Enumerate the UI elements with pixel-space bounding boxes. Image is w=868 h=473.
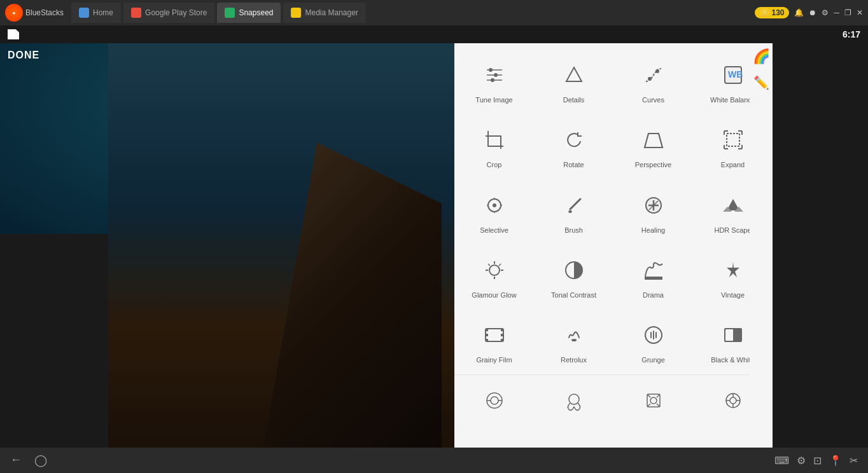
svg-marker-6 bbox=[566, 67, 582, 81]
expand-label: Expand bbox=[721, 160, 745, 169]
notification-icon[interactable]: 🔔 bbox=[794, 8, 804, 17]
tool-tonal-contrast[interactable]: Tonal Contrast bbox=[534, 245, 613, 310]
svg-rect-42 bbox=[486, 339, 488, 341]
vintage-label: Vintage bbox=[721, 291, 745, 299]
tool-brush[interactable]: Brush bbox=[534, 180, 613, 245]
drama-label: Drama bbox=[643, 291, 664, 299]
close-icon[interactable]: ✕ bbox=[857, 8, 863, 17]
svg-rect-40 bbox=[486, 329, 488, 331]
vintage-icon bbox=[718, 255, 748, 285]
svg-rect-14 bbox=[727, 134, 739, 146]
white-balance-icon: WB bbox=[718, 60, 748, 90]
hdr-scape-icon bbox=[718, 190, 748, 221]
hdr-scape-label: HDR Scape bbox=[714, 226, 751, 235]
svg-point-29 bbox=[489, 265, 500, 275]
healing-label: Healing bbox=[641, 226, 665, 235]
healing-icon bbox=[638, 190, 669, 221]
snapseed-tab-label: Snapseed bbox=[239, 8, 273, 17]
tools-panel: Tune Image Details Curves bbox=[454, 43, 773, 448]
svg-point-55 bbox=[650, 397, 657, 404]
location-icon[interactable]: 📍 bbox=[829, 455, 842, 467]
minimize-icon[interactable]: ─ bbox=[834, 8, 839, 17]
tool-rotate[interactable]: Rotate bbox=[534, 114, 613, 179]
tool-extra-1[interactable] bbox=[454, 375, 534, 431]
details-label: Details bbox=[563, 95, 585, 104]
black-white-icon bbox=[718, 320, 748, 350]
back-icon[interactable]: ← bbox=[10, 453, 22, 467]
tool-grainy-film[interactable]: Grainy Film bbox=[454, 310, 534, 374]
building-shape bbox=[263, 142, 442, 448]
retrolux-label: Retrolux bbox=[561, 355, 587, 364]
curves-label: Curves bbox=[642, 95, 664, 104]
extra-2-icon bbox=[559, 385, 589, 416]
grainy-film-label: Grainy Film bbox=[476, 355, 512, 364]
bluestacks-logo: ● bbox=[5, 4, 23, 22]
tonal-contrast-label: Tonal Contrast bbox=[551, 291, 596, 299]
tool-tune-image[interactable]: Tune Image bbox=[454, 50, 534, 114]
rotate-label: Rotate bbox=[563, 160, 584, 169]
grunge-icon bbox=[638, 320, 669, 350]
restore-icon[interactable]: ❐ bbox=[844, 8, 851, 17]
tool-healing[interactable]: Healing bbox=[613, 180, 693, 245]
svg-rect-41 bbox=[486, 334, 488, 336]
tool-perspective[interactable]: Perspective bbox=[613, 114, 693, 179]
svg-point-7 bbox=[648, 77, 652, 81]
perspective-icon bbox=[638, 125, 669, 155]
home-icon[interactable]: ◯ bbox=[34, 453, 47, 467]
tab-snapseed[interactable]: Snapseed bbox=[217, 3, 281, 23]
tool-drama[interactable]: Drama bbox=[613, 245, 693, 310]
gps-tab-icon bbox=[131, 8, 141, 18]
home-tab-icon bbox=[79, 8, 89, 18]
file-icon bbox=[8, 29, 19, 39]
glamour-glow-label: Glamour Glow bbox=[472, 291, 516, 299]
record-icon[interactable]: ⏺ bbox=[809, 8, 816, 17]
svg-text:WB: WB bbox=[728, 69, 743, 79]
cut-icon[interactable]: ✂ bbox=[850, 455, 858, 467]
drama-icon bbox=[638, 255, 669, 285]
gps-tab-label: Google Play Store bbox=[145, 8, 207, 17]
photo-panel: DONE bbox=[0, 43, 454, 448]
svg-line-21 bbox=[570, 199, 580, 209]
status-bar: 6:17 bbox=[0, 25, 868, 43]
done-button[interactable]: DONE bbox=[8, 50, 39, 61]
keyboard-icon[interactable]: ⌨ bbox=[774, 455, 789, 467]
tab-gps[interactable]: Google Play Store bbox=[123, 3, 214, 23]
tool-extra-3[interactable] bbox=[613, 375, 693, 431]
tab-media[interactable]: Media Manager bbox=[283, 3, 365, 23]
extra-1-icon bbox=[479, 385, 510, 416]
brush-icon bbox=[559, 190, 589, 221]
svg-point-61 bbox=[730, 397, 736, 404]
tools-scroll[interactable]: Tune Image Details Curves bbox=[454, 43, 773, 448]
retrolux-icon bbox=[559, 320, 589, 350]
grainy-film-icon bbox=[479, 320, 510, 350]
curves-icon bbox=[638, 60, 669, 90]
rainbow-icon[interactable]: 🌈 bbox=[753, 48, 770, 65]
details-icon bbox=[559, 60, 589, 90]
tool-retrolux[interactable]: Retrolux bbox=[534, 310, 613, 374]
white-balance-label: White Balance bbox=[710, 95, 755, 104]
tab-home[interactable]: Home bbox=[71, 3, 121, 23]
svg-line-35 bbox=[499, 264, 501, 266]
svg-point-53 bbox=[569, 394, 579, 404]
svg-line-12 bbox=[645, 134, 648, 147]
svg-rect-39 bbox=[486, 329, 503, 341]
settings-icon[interactable]: ⚙ bbox=[822, 8, 829, 17]
tool-extra-2[interactable] bbox=[534, 375, 613, 431]
screen-icon[interactable]: ⊡ bbox=[813, 455, 822, 467]
pencil-icon[interactable]: ✏️ bbox=[753, 75, 769, 90]
tools-grid-extra bbox=[454, 374, 773, 431]
snapseed-tab-icon bbox=[225, 8, 235, 18]
tool-crop[interactable]: Crop bbox=[454, 114, 534, 179]
tool-details[interactable]: Details bbox=[534, 50, 613, 114]
svg-rect-45 bbox=[501, 339, 503, 341]
settings2-icon[interactable]: ⚙ bbox=[797, 455, 806, 467]
coin-badge: 🪙 130 bbox=[755, 7, 789, 18]
tool-curves[interactable]: Curves bbox=[613, 50, 693, 114]
taskbar-right: 🪙 130 🔔 ⏺ ⚙ ─ ❐ ✕ bbox=[755, 7, 863, 18]
crop-label: Crop bbox=[487, 160, 502, 169]
tool-glamour-glow[interactable]: Glamour Glow bbox=[454, 245, 534, 310]
svg-line-34 bbox=[488, 264, 490, 266]
tool-selective[interactable]: Selective bbox=[454, 180, 534, 245]
tool-grunge[interactable]: Grunge bbox=[613, 310, 693, 374]
media-tab-icon bbox=[291, 8, 301, 18]
